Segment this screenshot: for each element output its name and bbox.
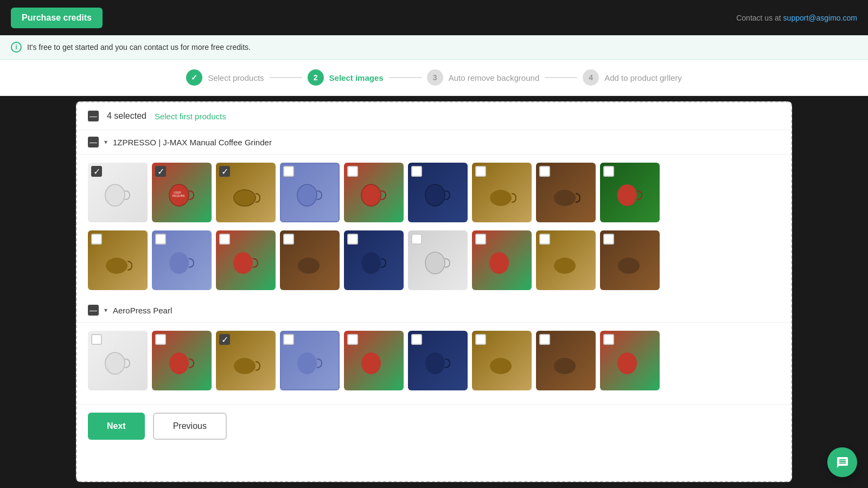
image-checkbox[interactable] — [411, 166, 422, 177]
svg-point-19 — [618, 258, 640, 274]
contact-email-link[interactable]: support@asgimo.com — [783, 14, 857, 22]
image-item[interactable] — [344, 331, 404, 390]
image-checkbox[interactable] — [283, 334, 294, 345]
image-item[interactable]: ✓ — [88, 163, 148, 222]
purchase-credits-button[interactable]: Purchase credits — [11, 8, 103, 28]
product-2-header[interactable]: — ▾ AeroPress Pearl — [77, 298, 791, 323]
image-checkbox[interactable] — [411, 234, 422, 245]
image-item[interactable] — [536, 331, 596, 390]
svg-point-0 — [105, 184, 125, 206]
main-content: — 4 selected Select first products — ▾ 1… — [0, 96, 868, 487]
image-item[interactable] — [408, 331, 468, 390]
image-checkbox[interactable] — [539, 234, 550, 245]
image-item[interactable] — [600, 163, 660, 222]
header: Purchase credits Contact us at support@a… — [0, 0, 868, 35]
step-1-label: Select products — [208, 73, 264, 82]
product-1-header[interactable]: — ▾ 1ZPRESSO | J-MAX Manual Coffee Grind… — [77, 130, 791, 155]
image-checkbox[interactable] — [155, 334, 166, 345]
image-item[interactable] — [344, 230, 404, 290]
image-checkbox[interactable] — [347, 234, 358, 245]
step-4-circle: 4 — [583, 69, 599, 86]
svg-point-24 — [361, 352, 381, 374]
product-1-checkbox[interactable]: — — [88, 137, 99, 147]
content-panel: — 4 selected Select first products — ▾ 1… — [76, 101, 792, 482]
image-item[interactable] — [152, 331, 212, 390]
info-icon: i — [11, 42, 22, 53]
image-checkbox[interactable] — [603, 234, 614, 245]
image-checkbox[interactable] — [475, 234, 486, 245]
image-item[interactable] — [152, 230, 212, 290]
product-2-section: — ▾ AeroPress Pearl — [77, 298, 791, 399]
product-1-image-grid-row2 — [77, 230, 791, 298]
image-item[interactable] — [344, 163, 404, 222]
image-item[interactable]: USERREQUIRE ✓ — [152, 163, 212, 222]
image-item[interactable] — [600, 230, 660, 290]
image-checkbox[interactable]: ✓ — [219, 166, 230, 177]
image-item[interactable] — [280, 163, 340, 222]
svg-point-9 — [554, 190, 576, 206]
step-4-label: Add to product grllery — [604, 73, 682, 82]
next-button[interactable]: Next — [88, 413, 145, 440]
select-all-checkbox[interactable]: — — [88, 111, 99, 121]
previous-button[interactable]: Previous — [153, 413, 227, 440]
svg-point-10 — [617, 184, 637, 206]
image-item[interactable] — [408, 163, 468, 222]
svg-point-28 — [617, 352, 637, 374]
image-checkbox[interactable] — [155, 234, 166, 245]
image-checkbox[interactable]: ✓ — [219, 334, 230, 345]
image-checkbox[interactable] — [219, 234, 230, 245]
step-3-circle: 3 — [427, 69, 443, 86]
image-checkbox[interactable] — [347, 334, 358, 345]
image-item[interactable] — [472, 331, 532, 390]
contact-info: Contact us at support@asgimo.com — [736, 14, 857, 22]
image-item[interactable] — [280, 230, 340, 290]
image-item[interactable]: ✓ — [216, 331, 276, 390]
step-1: ✓ Select products — [186, 69, 264, 86]
info-message: It's free to get started and you can con… — [27, 43, 251, 52]
chat-button[interactable] — [827, 447, 857, 477]
svg-point-25 — [425, 352, 445, 374]
image-item[interactable] — [536, 230, 596, 290]
image-checkbox[interactable] — [539, 334, 550, 345]
image-item[interactable] — [472, 230, 532, 290]
image-item[interactable] — [88, 331, 148, 390]
image-checkbox[interactable] — [283, 234, 294, 245]
image-checkbox[interactable] — [603, 334, 614, 345]
image-checkbox[interactable]: ✓ — [91, 166, 102, 177]
image-checkbox[interactable] — [411, 334, 422, 345]
product-2-checkbox[interactable]: — — [88, 305, 99, 316]
product-2-chevron: ▾ — [104, 306, 107, 314]
image-checkbox[interactable] — [603, 166, 614, 177]
image-item[interactable] — [600, 331, 660, 390]
step-connector-3 — [545, 77, 577, 78]
svg-point-16 — [425, 252, 445, 274]
svg-point-7 — [425, 184, 445, 206]
image-checkbox[interactable] — [475, 166, 486, 177]
svg-point-11 — [106, 258, 127, 274]
image-item[interactable] — [536, 163, 596, 222]
image-item[interactable] — [88, 230, 148, 290]
product-1-image-grid-row1: ✓ USERREQUIRE ✓ ✓ — [77, 155, 791, 230]
image-item[interactable] — [408, 230, 468, 290]
svg-point-14 — [298, 258, 320, 274]
image-checkbox[interactable] — [91, 334, 102, 345]
image-checkbox[interactable] — [91, 234, 102, 245]
step-4: 4 Add to product grllery — [583, 69, 682, 86]
image-checkbox[interactable] — [347, 166, 358, 177]
image-checkbox[interactable] — [539, 166, 550, 177]
step-2-circle: 2 — [308, 69, 324, 86]
svg-point-21 — [169, 352, 189, 374]
step-3-label: Auto remove background — [449, 73, 540, 82]
contact-label: Contact us at — [736, 14, 781, 22]
image-item[interactable]: ✓ — [216, 163, 276, 222]
svg-point-13 — [233, 252, 253, 274]
product-1-chevron: ▾ — [104, 138, 107, 146]
product-1-section: — ▾ 1ZPRESSO | J-MAX Manual Coffee Grind… — [77, 130, 791, 298]
image-item[interactable] — [280, 331, 340, 390]
select-first-products-link[interactable]: Select first products — [155, 112, 226, 121]
image-checkbox[interactable] — [283, 166, 294, 177]
image-item[interactable] — [472, 163, 532, 222]
image-checkbox[interactable]: ✓ — [155, 166, 166, 177]
image-item[interactable] — [216, 230, 276, 290]
image-checkbox[interactable] — [475, 334, 486, 345]
